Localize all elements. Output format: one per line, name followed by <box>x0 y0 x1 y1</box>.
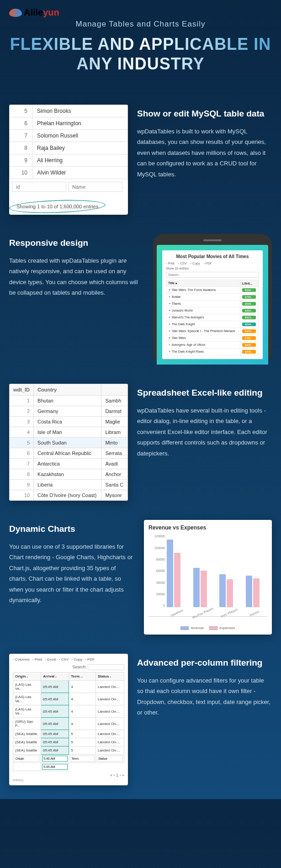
table-cell[interactable]: 6 <box>10 448 34 459</box>
x-label: Speakers <box>170 609 184 617</box>
table-cell: Solomon Russell <box>32 130 128 142</box>
value-badge: $692... <box>242 288 256 292</box>
toolbar-button[interactable]: ▫ PDF <box>203 262 212 265</box>
table-cell[interactable]: 7 <box>10 459 34 469</box>
table-cell[interactable]: Liberia <box>34 480 101 490</box>
section-body: wpDataTables have several built-in editi… <box>137 405 272 459</box>
spreadsheet-preview: wdt_IDCountry1BhutanSambh2GermanyDarmst3… <box>9 384 128 501</box>
table-cell[interactable]: Costa Rica <box>34 417 101 427</box>
table-cell[interactable]: Serrata <box>101 448 128 459</box>
column-header[interactable]: wdt_ID <box>10 384 34 396</box>
column-filter-input[interactable] <box>14 756 40 762</box>
legend-item: revenue <box>180 626 204 630</box>
column-header[interactable]: Title ▴ <box>166 280 240 287</box>
table-cell[interactable]: Antarctica <box>34 459 101 469</box>
column-header[interactable]: Country <box>34 384 101 396</box>
toolbar-button[interactable]: ▫ CSV <box>59 657 69 662</box>
toolbar-button[interactable]: ▫ Copy <box>71 657 82 662</box>
column-header[interactable] <box>101 384 128 396</box>
search-input[interactable] <box>88 664 124 670</box>
table-cell[interactable]: Anchor <box>101 469 128 480</box>
table-cell[interactable]: Mysore <box>101 490 128 501</box>
toolbar-button[interactable]: ▫ Copy <box>191 262 200 265</box>
value-badge: $459... <box>242 343 256 347</box>
table-cell[interactable]: Bhutan <box>34 396 101 406</box>
table-cell[interactable]: 3 <box>10 417 34 427</box>
table-cell[interactable]: Santa C <box>101 480 128 490</box>
table-cell[interactable]: Kazakhstan <box>34 469 101 480</box>
column-filter-input[interactable] <box>42 764 68 770</box>
y-tick: 20000 <box>148 593 165 596</box>
column-header[interactable]: Term. <box>69 672 96 681</box>
section-body: You can configure advanced filters for y… <box>137 675 272 718</box>
table-cell: (SEA) Seattle <box>13 730 41 738</box>
logo: Alileyun <box>9 7 272 18</box>
table-cell[interactable]: Germany <box>34 406 101 417</box>
table-cell[interactable]: Central African Republic <box>34 448 101 459</box>
table-cell[interactable]: 1 <box>10 396 34 406</box>
tagline: Manage Tables and Charts Easily <box>9 20 272 29</box>
section-title: Dynamic Charts <box>9 524 135 535</box>
table-cell: 05:45 AM <box>41 705 69 718</box>
column-header[interactable]: Arrival <box>41 672 69 681</box>
table-cell[interactable]: Sambh <box>101 396 128 406</box>
phone-table-title: Most Popular Movies of All Times <box>166 254 259 259</box>
name-filter-input[interactable] <box>68 182 122 192</box>
value-badge: $534... <box>242 323 256 326</box>
legend-item: expenses <box>209 626 235 630</box>
table-cell: Marvel's The Avengers <box>166 314 240 321</box>
value-badge: $461... <box>242 336 256 340</box>
table-cell[interactable]: Maglie <box>101 417 128 427</box>
table-cell[interactable]: 8 <box>10 469 34 480</box>
toolbar-button[interactable]: ▫ CSV <box>178 262 187 265</box>
bar <box>201 571 207 608</box>
table-cell: (GRU) Sao P... <box>13 718 41 730</box>
table-cell: Star Wars: The Force Awakens <box>166 287 240 294</box>
section-title: Show or edit MySQL table data <box>137 108 272 120</box>
table-cell[interactable]: 4 <box>10 427 34 438</box>
table-cell[interactable]: South Sudan <box>34 438 101 448</box>
y-tick: 0 <box>148 604 165 607</box>
column-header[interactable]: Origin <box>13 672 41 681</box>
table-cell[interactable]: Isle of Man <box>34 427 101 438</box>
table-cell: Ali Herring <box>32 154 128 167</box>
table-cell: 4 <box>69 718 96 730</box>
table-cell: 8 <box>10 142 32 154</box>
table-cell[interactable]: Libram <box>101 427 128 438</box>
bar <box>253 578 260 608</box>
table-cell[interactable]: 5 <box>10 438 34 448</box>
table-cell[interactable]: Darmst <box>101 406 128 417</box>
column-filter-input[interactable] <box>70 756 95 762</box>
table-cell: 05:45 AM <box>41 730 69 738</box>
table-cell: 4 <box>69 705 96 718</box>
column-filter-input[interactable] <box>97 756 123 762</box>
x-label: Blu-Ray Players <box>192 607 214 619</box>
section-title: Responsive design <box>9 238 144 249</box>
table-cell: 05:45 AM <box>41 681 69 693</box>
column-header[interactable]: Lifeti... <box>240 280 259 287</box>
table-cell: Titanic <box>166 301 240 307</box>
pager[interactable]: « ‹ 1 › » <box>13 773 124 778</box>
id-filter-input[interactable] <box>12 182 66 192</box>
phone-speaker-icon <box>203 239 222 241</box>
toolbar-button[interactable]: ▫ PDF <box>85 657 95 662</box>
phone-search-input[interactable] <box>166 272 259 278</box>
table-cell[interactable]: 2 <box>10 406 34 417</box>
table-cell[interactable]: Minto <box>101 438 128 448</box>
table-cell: (LAS) Las Ve... <box>13 681 41 693</box>
column-filter-input[interactable] <box>42 756 68 762</box>
table-cell[interactable]: Avadi <box>101 459 128 469</box>
table-cell: 5 <box>10 105 32 117</box>
toolbar-button[interactable]: ▫ Print <box>32 657 42 662</box>
section-body: Tables created with wpDataTables plugin … <box>9 255 144 298</box>
section-body: You can use one of 3 supported libraries… <box>9 541 135 605</box>
table-cell[interactable]: 9 <box>10 480 34 490</box>
table-cell[interactable]: 10 <box>10 490 34 501</box>
toolbar-button[interactable]: ▫ Excel <box>45 657 56 662</box>
table-cell: Simon Brooks <box>32 105 128 117</box>
table-cell: 05:45 AM <box>41 746 69 755</box>
toolbar-button[interactable]: ▫ Print <box>166 262 175 265</box>
table-cell[interactable]: Côte D'Ivoire (Ivory Coast) <box>34 490 101 501</box>
toolbar-button[interactable]: ▫ Columns <box>13 657 30 662</box>
column-header[interactable]: Status <box>95 672 124 681</box>
